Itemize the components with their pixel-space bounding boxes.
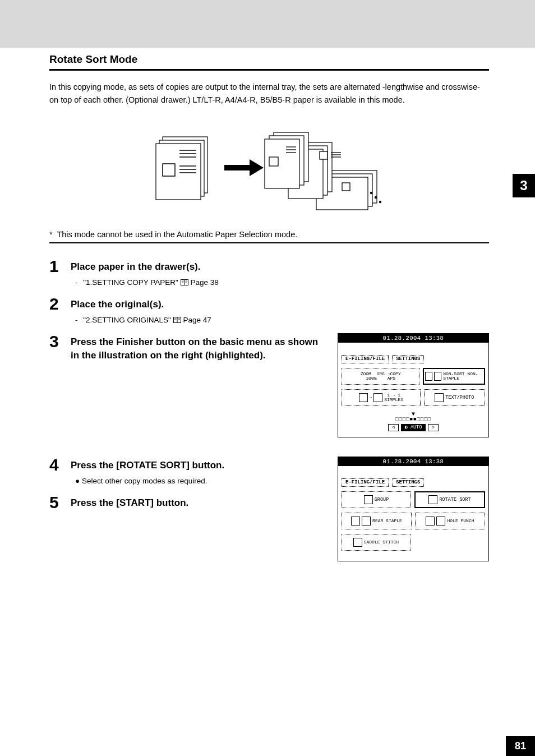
staple-icon [351, 517, 360, 525]
step-number: 4 [49, 457, 63, 473]
note-asterisk: * [49, 230, 53, 239]
step-title: Press the [START] button. [71, 496, 329, 510]
ref-label: "2.SETTING ORIGINALS" [83, 316, 171, 324]
book-icon [173, 317, 181, 323]
step-4: 4 Press the [ROTATE SORT] button. ● Sele… [49, 457, 329, 488]
step-1: 1 Place paper in the drawer(s). - "1.SET… [49, 258, 489, 290]
group-icon [364, 495, 373, 504]
svg-point-29 [370, 192, 372, 194]
finisher-button[interactable]: NON-SORT NON-STAPLE [423, 368, 485, 385]
tab-settings[interactable]: SETTINGS [392, 478, 424, 487]
step-3: 3 Press the Finisher button on the basic… [49, 333, 329, 367]
svg-point-31 [379, 201, 381, 203]
simplex-button[interactable]: → 1 → 1SIMPLEX [342, 389, 421, 406]
sort-icon [425, 372, 432, 381]
punch-icon [426, 517, 435, 525]
page-icon [359, 393, 368, 402]
staple-icon [362, 517, 371, 525]
top-gray-bar [0, 0, 535, 48]
step-number: 1 [49, 258, 63, 275]
step-title: Place paper in the drawer(s). [71, 260, 489, 274]
ref-label: "1.SETTING COPY PAPER" [83, 278, 178, 287]
pager-prev[interactable]: ◁ [388, 424, 399, 431]
tab-efiling-file[interactable]: E-FILING/FILE [342, 355, 389, 363]
staple-icon [434, 372, 441, 381]
finisher-menu-screenshot: 01.28.2004 13:38 E-FILING/FILE SETTINGS … [338, 457, 489, 562]
step-2: 2 Place the original(s). - "2.SETTING OR… [49, 296, 489, 328]
book-icon [181, 279, 188, 285]
svg-point-30 [375, 196, 377, 199]
step-title: Place the original(s). [71, 298, 489, 311]
svg-marker-10 [224, 159, 264, 176]
step-title: Press the Finisher button on the basic m… [71, 335, 329, 362]
zoom-aps-button[interactable]: ZOOM ORG.→COPY 100% APS [342, 368, 419, 385]
step-reference: - "1.SETTING COPY PAPER" Page 38 [75, 278, 489, 287]
section-heading: Rotate Sort Mode [49, 53, 489, 71]
rotate-sort-button[interactable]: ROTATE SORT [414, 491, 485, 508]
note-text: This mode cannot be used in the Automati… [57, 230, 297, 239]
svg-rect-6 [163, 164, 175, 176]
text-photo-icon [435, 393, 444, 402]
screen-datetime: 01.28.2004 13:38 [338, 334, 488, 343]
pager: ▼ □□□□■■□□□□ ◁ ◐ AUTO ▷ [338, 408, 488, 437]
tab-settings[interactable]: SETTINGS [392, 355, 424, 363]
page-number: 81 [506, 736, 535, 756]
saddle-stitch-button[interactable]: SADDLE STITCH [342, 534, 411, 551]
rear-staple-button[interactable]: REAR STAPLE [342, 513, 412, 529]
screen-datetime: 01.28.2004 13:38 [338, 457, 488, 467]
rotate-sort-diagram [49, 120, 489, 218]
divider [49, 242, 489, 243]
hole-punch-button[interactable]: HOLE PUNCH [415, 513, 485, 529]
step-title: Press the [ROTATE SORT] button. [71, 459, 329, 472]
saddle-icon [353, 538, 362, 547]
text-photo-button[interactable]: TEXT/PHOTO [424, 389, 485, 406]
step-bullet: ● Select other copy modes as required. [75, 477, 329, 485]
rotate-sort-icon [428, 495, 437, 504]
step-5: 5 Press the [START] button. [49, 494, 329, 514]
step-number: 5 [49, 494, 63, 511]
svg-rect-24 [320, 151, 328, 159]
page-icon [373, 393, 382, 402]
step-number: 2 [49, 296, 63, 312]
step-number: 3 [49, 333, 63, 350]
step-reference: - "2.SETTING ORIGINALS" Page 47 [75, 316, 489, 324]
svg-rect-28 [342, 183, 350, 191]
pager-auto[interactable]: ◐ AUTO [401, 424, 426, 431]
ref-page: Page 47 [183, 316, 211, 324]
basic-menu-screenshot: 01.28.2004 13:38 E-FILING/FILE SETTINGS … [338, 333, 489, 437]
pager-next[interactable]: ▷ [428, 424, 439, 431]
intro-paragraph: In this copying mode, as sets of copies … [49, 81, 489, 107]
tab-efiling-file[interactable]: E-FILING/FILE [342, 478, 389, 487]
group-button[interactable]: GROUP [342, 491, 411, 508]
svg-rect-23 [269, 157, 278, 166]
punch-icon [436, 517, 445, 525]
footnote: * This mode cannot be used in the Automa… [49, 230, 489, 239]
ref-page: Page 38 [190, 278, 218, 287]
chapter-tab: 3 [513, 174, 535, 197]
